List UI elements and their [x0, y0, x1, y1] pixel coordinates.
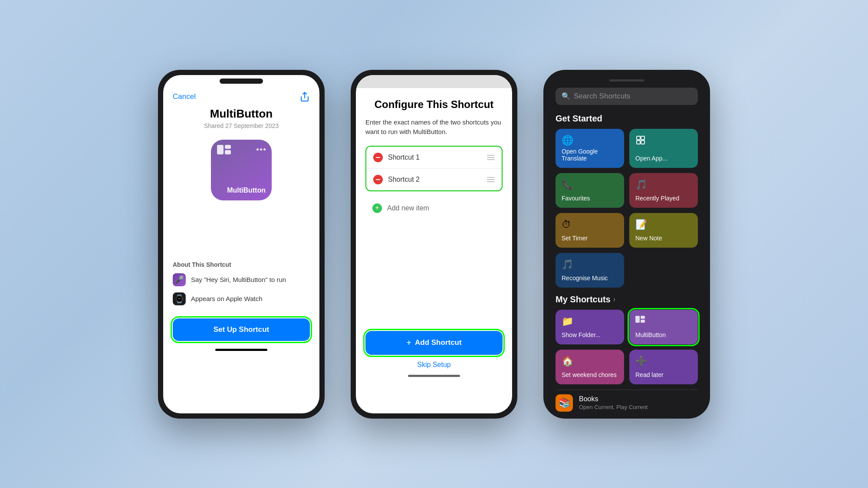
books-app-name: Books: [579, 395, 698, 403]
phone-2: Configure This Shortcut Enter the exact …: [351, 70, 517, 419]
search-placeholder: Search Shortcuts: [574, 92, 630, 101]
tile-label-multibutton: MultiButton: [635, 331, 692, 338]
google-translate-icon: 🌐: [562, 135, 618, 146]
svg-rect-4: [641, 141, 644, 144]
app-list: 📚 Books Open Current, Play Current 🕐 Clo…: [549, 390, 705, 413]
plus-icon[interactable]: +: [372, 203, 382, 213]
configure-description: Enter the exact names of the two shortcu…: [365, 118, 503, 137]
remove-icon-2[interactable]: [373, 175, 383, 184]
recognise-music-icon: 🎵: [562, 259, 618, 270]
tile-recently-played[interactable]: 🎵 Recently Played: [629, 173, 698, 208]
tile-label-set-timer: Set Timer: [562, 235, 618, 242]
svg-rect-1: [637, 136, 640, 140]
search-icon: 🔍: [562, 92, 570, 100]
books-app-info: Books Open Current, Play Current: [579, 395, 698, 410]
remove-icon-1[interactable]: [373, 153, 383, 162]
shortcut-1-label: Shortcut 1: [388, 154, 482, 161]
show-folder-icon: 📁: [562, 316, 618, 327]
tile-label-new-note: New Note: [635, 235, 692, 242]
about-section: About This Shortcut 🎤 Say "Hey Siri, Mul…: [163, 261, 319, 305]
tile-read-later[interactable]: ➕ Read later: [629, 350, 698, 384]
my-shortcuts-grid: 📁 Show Folder... MultiButton: [556, 310, 698, 384]
tile-weekend-chores[interactable]: 🏠 Set weekend chores: [556, 350, 624, 384]
reorder-icon-2[interactable]: [487, 177, 495, 182]
app-icon-container: MultiButton: [163, 140, 319, 200]
phone-1-notch: [220, 79, 263, 84]
tile-label-open-app: Open App...: [635, 155, 692, 162]
shortcuts-list: Shortcut 1 Shortcut 2: [365, 146, 503, 191]
shortcut-item-2[interactable]: Shortcut 2: [366, 168, 502, 190]
tile-label-show-folder: Show Folder...: [562, 331, 618, 338]
phone-1-screen: Cancel MultiButton Shared 27 September 2…: [163, 75, 319, 413]
tile-label-favourites: Favourites: [562, 195, 618, 202]
setup-shortcut-button[interactable]: Set Up Shortcut: [173, 318, 310, 341]
phone-1-header: Cancel: [163, 84, 319, 107]
books-app-icon: 📚: [556, 394, 573, 412]
multibutton-icon: [635, 316, 692, 323]
phone-3: 🔍 Search Shortcuts Get Started 🌐 Open Go…: [543, 70, 710, 419]
watch-icon: ⌚: [173, 292, 186, 305]
share-icon[interactable]: [299, 92, 310, 102]
phone-2-content: Configure This Shortcut Enter the exact …: [356, 88, 512, 218]
books-app-subtitle: Open Current, Play Current: [579, 404, 698, 410]
home-indicator-2: [408, 375, 460, 377]
phone-1-title: MultiButton: [163, 107, 319, 121]
phone-3-notch: [609, 79, 644, 82]
add-shortcut-button[interactable]: + Add Shortcut: [365, 331, 503, 355]
tile-label-recently-played: Recently Played: [635, 195, 692, 202]
phone-3-screen: 🔍 Search Shortcuts Get Started 🌐 Open Go…: [549, 75, 705, 413]
phone-1: Cancel MultiButton Shared 27 September 2…: [158, 70, 325, 419]
read-later-icon: ➕: [635, 356, 692, 367]
reorder-icon-1[interactable]: [487, 155, 495, 160]
cancel-button[interactable]: Cancel: [173, 92, 196, 101]
tile-label-read-later: Read later: [635, 371, 692, 378]
recently-played-icon: 🎵: [635, 179, 692, 190]
get-started-title: Get Started: [549, 114, 705, 129]
new-note-icon: 📝: [635, 219, 692, 230]
favourites-icon: 📞: [562, 179, 618, 190]
icon-label: MultiButton: [227, 187, 266, 194]
skip-setup-link[interactable]: Skip Setup: [356, 361, 512, 369]
icon-dots: [256, 148, 266, 151]
about-title: About This Shortcut: [173, 261, 310, 268]
search-bar[interactable]: 🔍 Search Shortcuts: [556, 88, 698, 105]
get-started-grid: 🌐 Open Google Translate Open App... 📞: [549, 129, 705, 248]
home-indicator: [215, 349, 267, 351]
tile-label-recognise-music: Recognise Music: [562, 275, 618, 282]
about-item-siri: 🎤 Say "Hey Siri, MultiButton" to run: [173, 273, 310, 286]
phone-2-top-bar: [356, 75, 512, 88]
app-item-books[interactable]: 📚 Books Open Current, Play Current: [556, 390, 698, 413]
configure-title: Configure This Shortcut: [365, 98, 503, 111]
shortcut-2-label: Shortcut 2: [388, 176, 482, 183]
tile-new-note[interactable]: 📝 New Note: [629, 213, 698, 248]
siri-icon: 🎤: [173, 273, 186, 286]
siri-text: Say "Hey Siri, MultiButton" to run: [191, 276, 286, 283]
about-item-watch: ⌚ Appears on Apple Watch: [173, 292, 310, 305]
shortcut-item-1[interactable]: Shortcut 1: [366, 147, 502, 168]
phone-2-screen: Configure This Shortcut Enter the exact …: [356, 75, 512, 413]
icon-top-row: [217, 145, 266, 154]
tile-multibutton[interactable]: MultiButton: [629, 310, 698, 344]
tile-recognise-music[interactable]: 🎵 Recognise Music: [556, 253, 624, 288]
my-shortcuts-header: My Shortcuts ›: [556, 295, 698, 305]
tile-label-weekend-chores: Set weekend chores: [562, 371, 618, 378]
watch-text: Appears on Apple Watch: [191, 295, 263, 302]
open-app-icon: [635, 135, 692, 148]
icon-squares: [217, 145, 231, 154]
tile-show-folder[interactable]: 📁 Show Folder...: [556, 310, 624, 344]
weekend-chores-icon: 🏠: [562, 356, 618, 367]
my-shortcuts-chevron[interactable]: ›: [613, 295, 615, 303]
my-shortcuts-section: My Shortcuts › 📁 Show Folder...: [549, 295, 705, 384]
add-new-row[interactable]: + Add new item: [365, 198, 503, 218]
svg-rect-2: [641, 136, 644, 140]
set-timer-icon: ⏱: [562, 219, 618, 230]
tile-label-google-translate: Open Google Translate: [562, 148, 618, 162]
tile-open-google-translate[interactable]: 🌐 Open Google Translate: [556, 129, 624, 168]
phone-1-subtitle: Shared 27 September 2023: [163, 122, 319, 129]
app-icon: MultiButton: [211, 140, 272, 200]
svg-rect-3: [637, 141, 640, 144]
tile-set-timer[interactable]: ⏱ Set Timer: [556, 213, 624, 248]
tile-open-app[interactable]: Open App...: [629, 129, 698, 168]
tile-favourites[interactable]: 📞 Favourites: [556, 173, 624, 208]
add-new-label: Add new item: [387, 204, 429, 212]
